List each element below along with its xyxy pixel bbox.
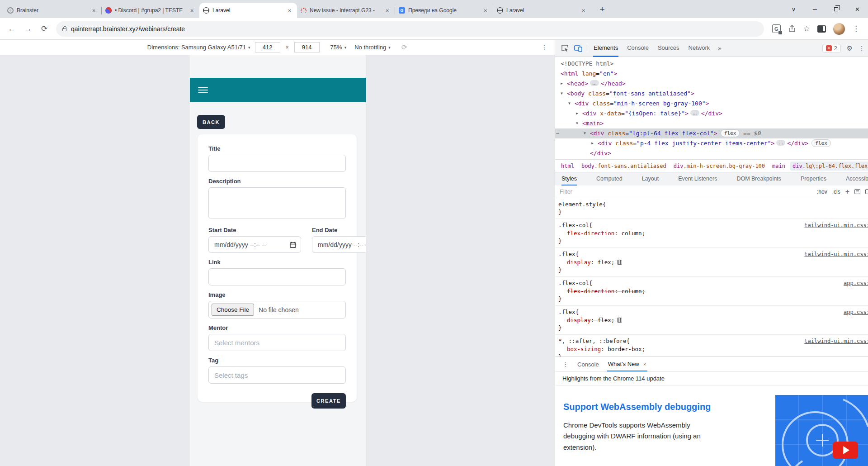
css-property[interactable]: flex-direction: column; — [558, 287, 868, 295]
share-icon[interactable] — [788, 25, 796, 33]
choose-file-button[interactable]: Choose File — [212, 304, 254, 316]
devtools-tab-elements[interactable]: Elements — [589, 40, 623, 57]
browser-tab[interactable]: Laravel✕ — [493, 3, 591, 18]
devtools-tab-network[interactable]: Network — [684, 40, 715, 57]
collapse-arrow-icon[interactable]: ▼ — [561, 89, 567, 99]
create-button[interactable]: CREATE — [311, 393, 346, 409]
browser-tab[interactable]: New issue - Interrapt G23 -✕ — [297, 3, 395, 18]
start-date-input[interactable]: mm/dd/yyyy --:-- -- — [208, 236, 301, 253]
browser-tab[interactable]: Laravel✕ — [199, 3, 297, 18]
browser-tab[interactable]: GПреведи на Google✕ — [395, 3, 493, 18]
back-button[interactable]: BACK — [197, 115, 225, 129]
stylesheet-link[interactable]: app.css:1 — [844, 309, 868, 316]
collapsed-content-icon[interactable]: … — [590, 80, 599, 86]
collapsed-content-icon[interactable]: … — [776, 140, 785, 146]
hover-state-toggle[interactable]: :hov — [817, 189, 827, 195]
css-property[interactable]: flex-direction: column; — [558, 229, 868, 237]
viewport-width-input[interactable] — [255, 42, 280, 52]
inspect-element-icon[interactable] — [558, 44, 571, 52]
sidebar-tab-event-listeners[interactable]: Event Listeners — [678, 172, 717, 185]
expand-arrow-icon[interactable]: ▶ — [591, 138, 598, 148]
collapsed-content-icon[interactable]: … — [690, 110, 699, 116]
devtools-tab-sources[interactable]: Sources — [653, 40, 684, 57]
css-property[interactable]: box-sizing: border-box; — [558, 345, 868, 353]
css-rule[interactable]: .flex {app.css:1display: flex;} — [555, 306, 868, 335]
mentor-input[interactable] — [208, 334, 346, 351]
profile-avatar[interactable] — [833, 23, 845, 35]
css-rule[interactable]: .flex {tailwind-ui.min.css:1display: fle… — [555, 248, 868, 277]
dom-tree-line[interactable]: ▶<div class="p-4 flex justify-center ite… — [555, 138, 868, 148]
forward-icon[interactable]: → — [20, 24, 36, 33]
css-property[interactable]: display: flex; — [558, 316, 868, 324]
dom-tree-line[interactable]: ▼<main> — [555, 119, 868, 128]
throttling-selector[interactable]: No throttling ▾ — [354, 44, 391, 51]
close-tab-icon[interactable]: ✕ — [90, 7, 98, 14]
sidebar-tab-dom-breakpoints[interactable]: DOM Breakpoints — [736, 172, 781, 185]
close-tab-icon[interactable]: × — [643, 361, 646, 367]
css-rule[interactable]: .flex-col {tailwind-ui.min.css:1flex-dir… — [555, 219, 868, 248]
close-tab-icon[interactable]: ✕ — [482, 7, 489, 14]
devtools-tab-console[interactable]: Console — [623, 40, 653, 57]
close-tab-icon[interactable]: ✕ — [189, 7, 196, 14]
dom-tree-line[interactable]: ▶<head>…</head> — [555, 79, 868, 89]
end-date-input[interactable]: mm/dd/yyyy --:-- -- — [312, 236, 366, 253]
css-rule[interactable]: .flex-col {app.css:1flex-direction: colu… — [555, 277, 868, 306]
css-rule[interactable]: *, ::after, ::before {tailwind-ui.min.cs… — [555, 335, 868, 357]
close-drawer-icon[interactable]: ✕ — [864, 361, 868, 368]
computed-grid-icon[interactable] — [854, 189, 860, 194]
device-toolbar-toggle-icon[interactable] — [571, 45, 585, 52]
flex-editor-icon[interactable] — [617, 260, 622, 265]
breadcrumb-item[interactable]: html — [559, 162, 576, 171]
sidebar-dock-icon[interactable] — [865, 189, 868, 194]
viewport-height-input[interactable] — [294, 42, 320, 52]
rotate-device-icon[interactable]: ⟳ — [401, 43, 407, 52]
error-badge[interactable]: ✕ 2 — [822, 44, 841, 53]
dom-tree-line[interactable]: ▼<body class="font-sans antialiased"> — [555, 89, 868, 99]
expand-arrow-icon[interactable]: ▶ — [561, 79, 567, 89]
sidebar-tab-computed[interactable]: Computed — [596, 172, 623, 185]
video-play-icon[interactable] — [833, 442, 858, 459]
sidebar-tab-properties[interactable]: Properties — [801, 172, 826, 185]
tab-search-chevron-icon[interactable]: ∨ — [783, 0, 804, 18]
stylesheet-link[interactable]: tailwind-ui.min.css:1 — [804, 222, 868, 229]
gear-icon[interactable]: ⚙ — [847, 44, 853, 52]
stylesheet-link[interactable]: app.css:1 — [844, 280, 868, 287]
close-tab-icon[interactable]: ✕ — [286, 7, 293, 14]
reload-icon[interactable]: ⟳ — [36, 24, 52, 33]
side-panel-icon[interactable] — [817, 25, 826, 33]
dom-tree-line[interactable]: <html lang="en"> — [555, 69, 868, 79]
dom-tree-line[interactable]: ⋯▼<div class="lg:pl-64 flex flex-col">fl… — [555, 128, 868, 138]
whats-new-thumbnail[interactable] — [775, 395, 868, 466]
browser-tab[interactable]: • Discord | #grupa2 | TESTE✕ — [102, 3, 199, 18]
link-input[interactable] — [208, 268, 346, 285]
dom-tree-line[interactable]: </div> — [555, 148, 868, 158]
collapse-arrow-icon[interactable]: ▼ — [576, 119, 582, 128]
dom-tree-line[interactable]: <!DOCTYPE html> — [555, 59, 868, 69]
stylesheet-link[interactable]: tailwind-ui.min.css:1 — [804, 251, 868, 258]
browser-menu-icon[interactable]: ⋮ — [852, 24, 860, 33]
device-toolbar-menu-icon[interactable]: ⋮ — [541, 44, 547, 51]
devtools-menu-icon[interactable]: ⋮ — [859, 45, 865, 52]
tab-console[interactable]: Console — [573, 357, 604, 371]
back-icon[interactable]: ← — [4, 24, 20, 33]
address-bar[interactable]: qainterrapt.brainster.xyz/webinars/creat… — [56, 21, 764, 37]
device-selector[interactable]: Dimensions: Samsung Galaxy A51/71 ▾ — [147, 44, 250, 51]
breadcrumb-item[interactable]: div.min-h-screen.bg-gray-100 — [671, 162, 767, 171]
drawer-menu-icon[interactable]: ⋮ — [558, 361, 573, 368]
tab-whats-new[interactable]: What's New× — [604, 357, 651, 371]
sidebar-tab-styles[interactable]: Styles — [561, 172, 577, 185]
minimize-button[interactable]: – — [804, 0, 826, 18]
css-property[interactable]: display: flex; — [558, 258, 868, 266]
dom-tree-line[interactable]: ▶<div x-data="{isOpen: false}">…</div> — [555, 109, 868, 119]
flex-badge[interactable]: flex — [811, 139, 831, 147]
expand-arrow-icon[interactable]: ▶ — [576, 109, 582, 119]
tag-input[interactable] — [208, 366, 346, 384]
stylesheet-link[interactable]: tailwind-ui.min.css:1 — [804, 338, 868, 345]
new-tab-button[interactable]: + — [596, 5, 608, 14]
zoom-selector[interactable]: 75% ▾ — [330, 44, 347, 51]
image-file-input[interactable]: Choose File No file chosen — [208, 301, 346, 319]
calendar-icon[interactable] — [290, 242, 296, 248]
dom-tree-line[interactable]: ▼<div class="min-h-screen bg-gray-100"> — [555, 99, 868, 109]
close-window-button[interactable]: ✕ — [847, 0, 868, 18]
breadcrumb-item[interactable]: body.font-sans.antialiased — [579, 162, 669, 171]
